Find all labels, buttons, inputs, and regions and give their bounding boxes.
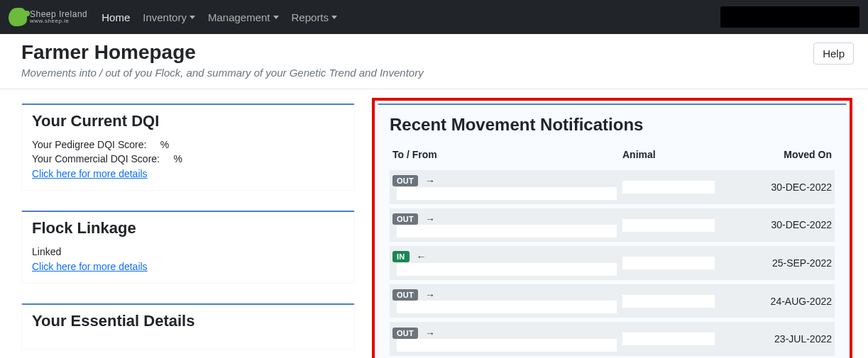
dqi-details-link[interactable]: Click here for more details — [32, 168, 148, 179]
table-row: OUT → 23-JUL-2022 — [390, 320, 835, 356]
nav-reports[interactable]: Reports — [292, 11, 338, 23]
flock-title: Flock Linkage — [32, 219, 344, 237]
caret-down-icon — [273, 16, 279, 19]
moved-on: 30-DEC-2022 — [762, 168, 835, 206]
nav-links: Home Inventory Management Reports — [101, 11, 337, 23]
essential-title: Your Essential Details — [32, 312, 344, 330]
nav-management[interactable]: Management — [208, 11, 279, 23]
dqi-commercial-value: % — [173, 153, 182, 164]
animal-blank — [622, 295, 715, 308]
dqi-commercial-label: Your Commercial DQI Score: — [32, 153, 160, 164]
movements-title: Recent Movement Notifications — [390, 115, 835, 135]
nav-home[interactable]: Home — [101, 11, 130, 23]
caret-down-icon — [331, 16, 337, 19]
direction-badge: OUT — [392, 328, 418, 339]
arrow-icon: → — [425, 289, 435, 301]
moved-on: 23-JUL-2022 — [762, 320, 835, 356]
nav-inventory-label: Inventory — [143, 11, 187, 23]
nav-reports-label: Reports — [292, 11, 329, 23]
table-row: OUT → 30-DEC-2022 — [390, 206, 835, 245]
dqi-pedigree-value: % — [160, 139, 169, 150]
content: Your Current DQI Your Pedigree DQI Score… — [0, 89, 868, 358]
arrow-icon: ← — [417, 251, 427, 262]
dqi-pedigree-label: Your Pedigree DQI Score: — [32, 139, 146, 150]
page-header: Farmer Homepage Movements into / out of … — [0, 34, 868, 89]
tofrom-blank — [397, 263, 617, 276]
caret-down-icon — [189, 16, 195, 19]
tofrom-blank — [397, 339, 617, 352]
direction-badge: OUT — [392, 289, 418, 301]
direction-badge: OUT — [392, 213, 418, 225]
col-moved: Moved On — [762, 145, 835, 168]
flock-status: Linked — [32, 246, 344, 257]
page-title: Farmer Homepage — [21, 41, 424, 64]
animal-blank — [622, 257, 715, 269]
table-row: IN ← 25-SEP-2022 — [390, 244, 835, 282]
table-row: OUT → 30-DEC-2022 — [390, 168, 835, 206]
tofrom-blank — [397, 301, 617, 313]
sheep-logo-icon — [9, 8, 27, 26]
help-button[interactable]: Help — [813, 43, 854, 65]
movements-card: Recent Movement Notifications To / From … — [378, 104, 847, 358]
arrow-icon: → — [425, 328, 435, 339]
left-column: Your Current DQI Your Pedigree DQI Score… — [21, 104, 355, 349]
moved-on: 24-AUG-2022 — [762, 282, 835, 320]
nav-management-label: Management — [208, 11, 270, 23]
table-row: OUT → 24-AUG-2022 — [390, 282, 835, 320]
animal-blank — [622, 219, 715, 232]
movements-table: To / From Animal Moved On OUT → 30-DEC-2… — [390, 145, 835, 356]
flock-details-link[interactable]: Click here for more details — [32, 261, 148, 272]
arrow-icon: → — [425, 175, 435, 186]
right-column: Recent Movement Notifications To / From … — [378, 104, 847, 358]
moved-on: 30-DEC-2022 — [762, 206, 835, 245]
tofrom-blank — [397, 225, 617, 237]
page-subtitle: Movements into / out of you Flock, and s… — [21, 67, 424, 79]
animal-blank — [622, 332, 715, 345]
dqi-card: Your Current DQI Your Pedigree DQI Score… — [21, 104, 355, 191]
animal-blank — [622, 181, 715, 194]
tofrom-blank — [397, 187, 617, 200]
flock-card: Flock Linkage Linked Click here for more… — [21, 211, 355, 284]
col-tofrom: To / From — [390, 145, 620, 168]
nav-inventory[interactable]: Inventory — [143, 11, 195, 23]
brand-sub: www.sheep.ie — [30, 18, 87, 24]
moved-on: 25-SEP-2022 — [762, 244, 835, 282]
essential-card: Your Essential Details — [21, 303, 355, 349]
direction-badge: IN — [392, 251, 410, 262]
arrow-icon: → — [425, 213, 435, 225]
nav-user-area[interactable] — [720, 6, 859, 28]
col-animal: Animal — [620, 145, 762, 168]
direction-badge: OUT — [392, 175, 418, 186]
brand[interactable]: Sheep Ireland www.sheep.ie — [9, 8, 87, 26]
dqi-title: Your Current DQI — [32, 112, 344, 130]
navbar: Sheep Ireland www.sheep.ie Home Inventor… — [0, 0, 868, 34]
